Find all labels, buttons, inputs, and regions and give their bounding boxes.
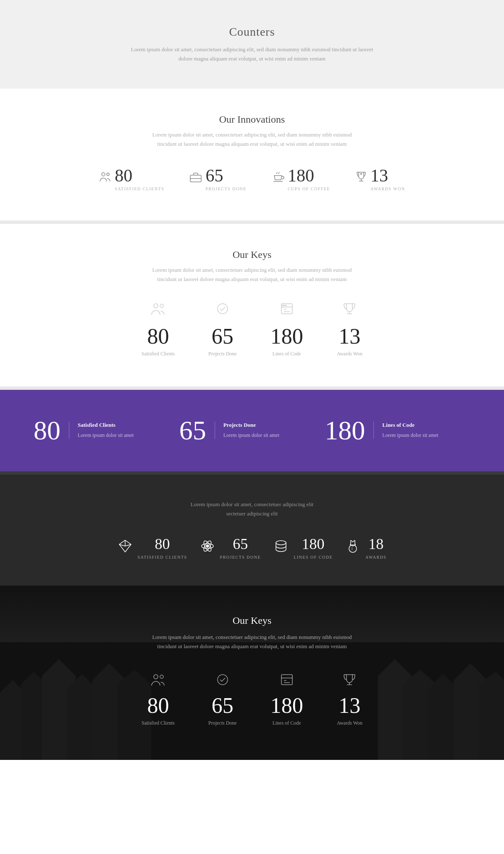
counter-code-grid: 180 Lines of Code xyxy=(270,301,303,357)
purple-title-3: Lines of Code xyxy=(382,422,438,428)
dark-label-2: PROJECTS DONE xyxy=(220,555,261,560)
dark-img-icon-2 xyxy=(208,672,237,689)
counter-awards-inline: 13 AWARDS WON xyxy=(355,166,405,191)
atom-icon xyxy=(200,539,215,557)
keys-counters: 80 Satisfied Clients 65 Projects Done xyxy=(8,301,496,357)
svg-point-33 xyxy=(218,675,228,685)
people-icon xyxy=(99,171,111,186)
dark-img-label-3: Lines of Code xyxy=(270,720,303,726)
svg-point-32 xyxy=(160,675,163,678)
code-grid-number: 180 xyxy=(270,324,303,349)
divider-2 xyxy=(0,386,504,390)
coffee-number: 180 xyxy=(288,166,314,185)
section-dark-image: Our Keys Lorem ipsum dolor sit amet, con… xyxy=(0,586,504,760)
purple-counter-1: 80 Satisfied Clients Lorem ipsum dolor s… xyxy=(34,415,179,446)
svg-point-17 xyxy=(286,305,286,306)
innovations-subtitle: Lorem ipsum dolor sit amet, consectetuer… xyxy=(147,130,357,149)
keys-title: Our Keys xyxy=(8,249,496,260)
diamond-icon xyxy=(118,539,133,557)
dark-label-1: SATISFIED CLIENTS xyxy=(138,555,187,560)
awards-label: AWARDS WON xyxy=(370,187,405,191)
counter-projects-done-inline: 65 PROJECTS DONE xyxy=(189,166,247,191)
svg-point-16 xyxy=(284,305,285,306)
dark-img-counter-2: 65 Projects Done xyxy=(208,672,237,726)
svg-text:1: 1 xyxy=(351,547,353,551)
dark-img-num-4: 13 xyxy=(337,693,362,718)
svg-point-15 xyxy=(282,305,283,306)
counter-satisfied-clients-inline: 80 SATISFIED CLIENTS xyxy=(99,166,164,191)
satisfied-grid-number: 80 xyxy=(142,324,175,349)
section-counters-header: Counters Lorem ipsum dolor sit amet, con… xyxy=(0,0,504,89)
dark-counter-4: 1 18 AWARDS xyxy=(345,535,386,560)
dark-img-counters: 80 Satisfied Clients 65 Projects Done xyxy=(8,672,496,726)
code-icon xyxy=(270,301,303,320)
svg-rect-34 xyxy=(281,675,292,685)
dark-counter-3: 180 LINES OF CODE xyxy=(273,535,333,560)
awards-number: 13 xyxy=(370,166,388,185)
dark-img-counter-3: 180 Lines of Code xyxy=(270,672,303,726)
purple-desc-3: Lorem ipsum dolor sit amet xyxy=(382,432,438,438)
divider-1 xyxy=(0,221,504,224)
awards-grid-label: Awards Won xyxy=(337,351,362,357)
dark-label-4: AWARDS xyxy=(365,555,386,560)
dark-img-counter-1: 80 Satisfied Clients xyxy=(142,672,175,726)
satisfied-clients-number: 80 xyxy=(115,166,132,185)
dark-img-icon-4 xyxy=(337,672,362,689)
dark-img-label-1: Satisfied Clients xyxy=(142,720,175,726)
keys-subtitle: Lorem ipsum dolor sit amet, consectetuer… xyxy=(147,265,357,284)
svg-point-10 xyxy=(218,304,228,314)
dark-num-3: 180 xyxy=(294,535,333,553)
svg-point-8 xyxy=(154,304,158,308)
awards-grid-number: 13 xyxy=(337,324,362,349)
dark-label-3: LINES OF CODE xyxy=(294,555,333,560)
satisfied-clients-label: SATISFIED CLIENTS xyxy=(115,187,164,191)
section-keys-white: Our Keys Lorem ipsum dolor sit amet, con… xyxy=(0,224,504,386)
counter-awards-grid: 13 Awards Won xyxy=(337,301,362,357)
dark-img-num-3: 180 xyxy=(270,693,303,718)
dark-subtitle: Lorem ipsum dolor sit amet, consectetuer… xyxy=(34,500,470,518)
svg-point-22 xyxy=(206,545,209,547)
svg-point-7 xyxy=(360,173,362,175)
dark-img-icon-3 xyxy=(270,672,303,689)
purple-title-2: Projects Done xyxy=(223,422,279,428)
dark-img-subtitle: Lorem ipsum dolor sit amet, consectetuer… xyxy=(143,633,361,651)
counter-projects-grid: 65 Projects Done xyxy=(208,301,237,357)
counter-coffee-inline: 180 CUPS OF COFFEE xyxy=(272,166,330,191)
code-grid-label: Lines of Code xyxy=(270,351,303,357)
dark-img-label-2: Projects Done xyxy=(208,720,237,726)
projects-grid-number: 65 xyxy=(208,324,237,349)
innovations-title: Our Innovations xyxy=(8,114,496,125)
dark-img-title: Our Keys xyxy=(8,615,496,626)
projects-grid-label: Projects Done xyxy=(208,351,237,357)
purple-title-1: Satisfied Clients xyxy=(78,422,134,428)
dark-img-label-4: Awards Won xyxy=(337,720,362,726)
database-icon xyxy=(273,539,289,557)
dark-img-num-2: 65 xyxy=(208,693,237,718)
dark-img-icon-1 xyxy=(142,672,175,689)
purple-desc-2: Lorem ipsum dolor sit amet xyxy=(223,432,279,438)
dark-counters: 80 SATISFIED CLIENTS 65 PROJECTS DONE xyxy=(34,535,470,560)
coffee-label: CUPS OF COFFEE xyxy=(288,187,330,191)
svg-point-31 xyxy=(154,675,158,679)
section-purple: 80 Satisfied Clients Lorem ipsum dolor s… xyxy=(0,390,504,471)
section-dark: Lorem ipsum dolor sit amet, consectetuer… xyxy=(0,475,504,586)
divider-3 xyxy=(0,471,504,475)
svg-point-9 xyxy=(160,304,163,307)
innovations-counters: 80 SATISFIED CLIENTS 65 PROJECTS DONE xyxy=(8,166,496,191)
projects-done-number: 65 xyxy=(205,166,223,185)
svg-point-0 xyxy=(102,173,105,176)
people-grid-icon xyxy=(142,301,175,320)
purple-num-3: 180 xyxy=(325,415,365,446)
dark-num-4: 18 xyxy=(365,535,386,553)
trophy-grid-icon xyxy=(337,301,362,320)
svg-point-1 xyxy=(107,173,109,176)
dark-img-counter-4: 13 Awards Won xyxy=(337,672,362,726)
dark-counter-1: 80 SATISFIED CLIENTS xyxy=(118,535,187,560)
purple-counter-3: 180 Lines of Code Lorem ipsum dolor sit … xyxy=(325,415,470,446)
counters-title: Counters xyxy=(8,25,496,39)
dark-counter-2: 65 PROJECTS DONE xyxy=(200,535,261,560)
dark-num-1: 80 xyxy=(138,535,187,553)
purple-num-1: 80 xyxy=(34,415,60,446)
trophy-icon xyxy=(355,171,367,186)
projects-done-label: PROJECTS DONE xyxy=(205,187,247,191)
